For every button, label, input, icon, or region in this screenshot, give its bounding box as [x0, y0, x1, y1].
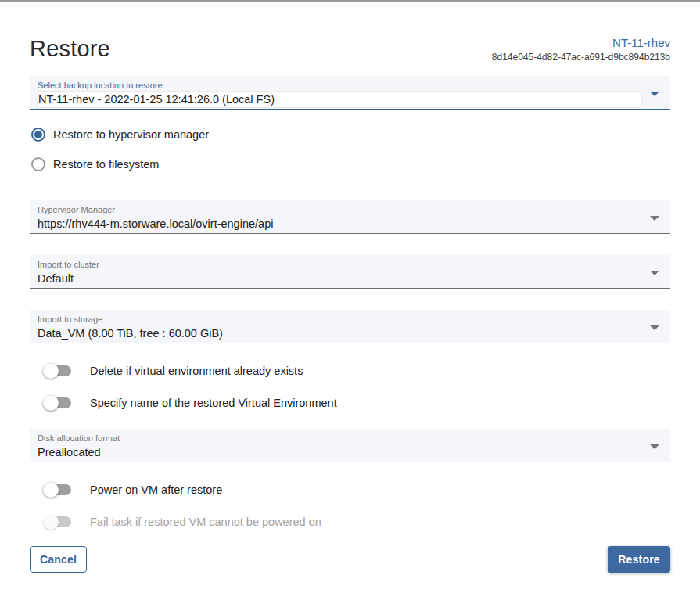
backup-location-value: NT-11-rhev - 2022-01-25 12:41:26.0 (Loca…: [38, 92, 641, 107]
toggle-delete-if-exists[interactable]: Delete if virtual environment already ex…: [30, 363, 670, 379]
toggle-label: Delete if virtual environment already ex…: [90, 365, 303, 377]
restore-button[interactable]: Restore: [608, 546, 670, 573]
toggle-thumb: [43, 395, 59, 411]
chevron-down-icon: [650, 216, 659, 221]
disk-allocation-format-select[interactable]: Disk allocation format Preallocated: [30, 429, 670, 462]
radio-label: Restore to hypervisor manager: [53, 128, 209, 141]
vm-name: NT-11-rhev: [492, 36, 670, 49]
page-title: Restore: [30, 36, 110, 61]
chevron-down-icon: [650, 444, 659, 449]
toggle-thumb: [43, 482, 59, 498]
hypervisor-manager-value: https://rhv444-m.storware.local/ovirt-en…: [38, 216, 639, 232]
dialog-footer: Cancel Restore: [30, 546, 670, 573]
toggle-label: Specify name of the restored Virtual Env…: [90, 397, 337, 409]
restore-type-group: Restore to hypervisor manager Restore to…: [30, 128, 670, 171]
backup-location-label: Select backup location to restore: [38, 81, 639, 91]
radio-restore-to-hypervisor[interactable]: Restore to hypervisor manager: [30, 128, 670, 142]
toggle-fail-task-if-not-powered: Fail task if restored VM cannot be power…: [30, 514, 670, 530]
vm-uuid: 8d14e045-4d82-47ac-a691-d9bc894b213b: [492, 52, 670, 63]
hypervisor-manager-label: Hypervisor Manager: [38, 205, 639, 215]
chevron-down-icon: [650, 325, 659, 330]
chevron-down-icon: [650, 92, 659, 96]
import-storage-select[interactable]: Import to storage Data_VM (8.00 TiB, fre…: [30, 310, 670, 343]
restore-dialog: Restore NT-11-rhev 8d14e045-4d82-47ac-a6…: [0, 36, 700, 573]
disk-allocation-format-value: Preallocated: [38, 444, 639, 460]
toggle-specify-name[interactable]: Specify name of the restored Virtual Env…: [30, 395, 670, 411]
dialog-header: Restore NT-11-rhev 8d14e045-4d82-47ac-a6…: [30, 36, 670, 63]
disk-allocation-format-label: Disk allocation format: [38, 433, 639, 444]
import-cluster-select[interactable]: Import to cluster Default: [30, 255, 670, 289]
cancel-button[interactable]: Cancel: [30, 546, 87, 573]
window-top-strip: [0, 0, 700, 2]
import-cluster-value: Default: [38, 271, 639, 286]
toggle-off-icon: [43, 482, 73, 498]
toggle-power-on-vm[interactable]: Power on VM after restore: [30, 482, 670, 498]
hypervisor-manager-select[interactable]: Hypervisor Manager https://rhv444-m.stor…: [30, 200, 670, 234]
radio-unselected-icon: [31, 157, 45, 171]
radio-label: Restore to filesystem: [53, 158, 159, 171]
toggle-off-icon: [43, 363, 73, 379]
toggle-thumb: [43, 514, 59, 530]
import-storage-value: Data_VM (8.00 TiB, free : 60.00 GiB): [38, 325, 639, 341]
radio-selected-icon: [31, 128, 45, 142]
vm-identity: NT-11-rhev 8d14e045-4d82-47ac-a691-d9bc8…: [492, 36, 670, 63]
toggle-label: Fail task if restored VM cannot be power…: [90, 516, 321, 528]
import-cluster-label: Import to cluster: [38, 260, 639, 270]
backup-location-select[interactable]: Select backup location to restore NT-11-…: [30, 76, 670, 110]
chevron-down-icon: [650, 271, 659, 275]
toggle-label: Power on VM after restore: [90, 484, 222, 496]
toggle-thumb: [43, 363, 59, 379]
toggle-off-icon: [43, 395, 73, 411]
toggle-off-disabled-icon: [43, 514, 73, 530]
radio-restore-to-filesystem[interactable]: Restore to filesystem: [30, 157, 670, 171]
import-storage-label: Import to storage: [38, 315, 639, 325]
